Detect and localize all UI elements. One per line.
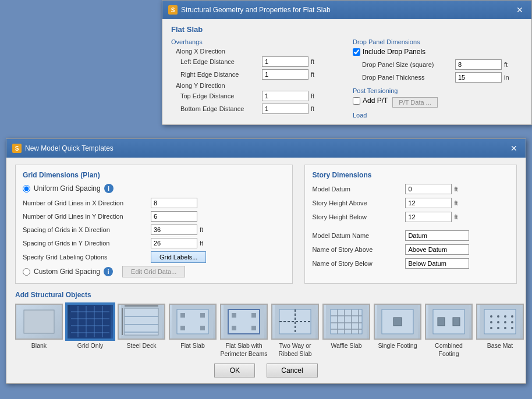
obj-two-way[interactable]: Two Way or Ribbed Slab [271,304,319,358]
spacing-y-input[interactable] [151,238,197,248]
spacing-x-unit: ft [200,226,203,233]
along-x-label: Along X Direction [176,48,341,55]
add-pt-row: Add P/T [353,97,388,105]
bg-dialog-left: Overhangs Along X Direction Left Edge Di… [171,38,341,119]
spacing-x-row: Spacing of Grids in X Direction ft [23,225,285,235]
svg-point-53 [504,315,506,318]
steel-svg [121,305,162,339]
custom-radio-row: Custom Grid Spacing i Edit Grid Data... [23,266,285,277]
left-edge-input[interactable] [262,56,308,67]
name-story-above-input[interactable] [405,244,469,255]
bg-dialog-right: Drop Panel Dimensions Include Drop Panel… [353,38,523,119]
obj-flat-slab-perimeter[interactable]: Flat Slab with Perimeter Beams [220,304,268,358]
overhangs-label: Overhangs [171,38,341,45]
left-edge-unit: ft [311,58,314,65]
obj-waffle-slab[interactable]: Waffle Slab [322,304,370,350]
model-datum-input[interactable] [405,184,452,194]
num-x-input[interactable] [151,198,197,208]
pt-data-button[interactable]: P/T Data ... [392,97,437,108]
right-edge-row: Right Edge Distance ft [180,69,341,80]
obj-single-footing[interactable]: Single Footing [374,304,421,350]
top-edge-input[interactable] [262,91,308,101]
obj-waffle-thumb [322,304,370,340]
obj-base-mat[interactable]: Base Mat [476,304,524,350]
grid-labels-button[interactable]: Grid Labels... [151,251,206,263]
obj-combined-footing[interactable]: Combined Footing [425,304,473,358]
story-dimensions-section: Story Dimensions Model Datum ft Story He… [304,165,517,284]
obj-steel-deck[interactable]: Steel Deck [118,304,165,350]
bottom-edge-label: Bottom Edge Distance [180,105,262,112]
svg-rect-1 [70,305,111,339]
include-drop-panels-checkbox[interactable] [353,48,360,56]
include-drop-panels-row: Include Drop Panels [353,48,523,56]
model-datum-name-row: Model Datum Name [312,230,509,241]
uniform-radio[interactable] [23,185,30,193]
svg-point-62 [511,327,513,329]
right-edge-input[interactable] [262,69,308,80]
two-way-svg [275,305,315,339]
obj-flat-thumb [169,304,217,340]
custom-info-icon[interactable]: i [104,267,113,276]
load-label: Load [353,112,523,119]
pt-row: Add P/T P/T Data ... [353,97,523,108]
obj-blank[interactable]: Blank [15,304,63,350]
svg-rect-44 [393,318,402,326]
custom-radio[interactable] [23,268,30,276]
bg-dialog-titlebar: S Structural Geometry and Properties for… [162,1,531,19]
obj-flat-slab[interactable]: Flat Slab [169,304,217,350]
obj-base-thumb [476,304,524,340]
drop-panel-thickness-row: Drop Panel Thickness in [362,72,523,83]
model-datum-name-input[interactable] [405,230,469,241]
s-logo-bg: S [168,5,178,15]
story-height-below-input[interactable] [405,212,452,222]
blank-svg [22,308,56,336]
svg-rect-0 [24,310,54,333]
svg-point-58 [511,321,513,323]
bottom-edge-row: Bottom Edge Distance ft [180,104,341,114]
objects-grid: Blank [15,304,517,358]
bottom-edge-input[interactable] [262,104,308,114]
spacing-x-input[interactable] [151,225,197,235]
obj-flat-slab-perimeter-label: Flat Slab with Perimeter Beams [220,342,267,358]
bg-dialog-close-button[interactable]: ✕ [514,4,526,16]
top-edge-row: Top Edge Distance ft [180,91,341,101]
bottom-edge-unit: ft [311,105,314,112]
main-dialog-close-button[interactable]: ✕ [508,142,520,154]
main-dialog-title-left: S New Model Quick Templates [12,144,114,153]
pt-section: Post Tensioning Add P/T P/T Data ... [353,87,523,108]
drop-panel-size-input[interactable] [455,59,502,70]
svg-rect-19 [180,313,185,318]
flat-slab-svg [172,305,213,339]
obj-single-footing-label: Single Footing [378,342,417,350]
drop-panel-thickness-input[interactable] [455,72,502,83]
svg-rect-25 [232,313,236,318]
edit-grid-button[interactable]: Edit Grid Data... [122,266,185,277]
main-dialog-titlebar: S New Model Quick Templates ✕ [6,139,526,158]
obj-steel-thumb [118,304,165,340]
drop-panel-size-label: Drop Panel Size (square) [362,61,455,68]
drop-panel-size-row: Drop Panel Size (square) ft [362,59,523,70]
model-datum-row: Model Datum ft [312,184,509,194]
main-dialog-body: Grid Dimensions (Plan) Uniform Grid Spac… [6,158,526,383]
model-datum-label: Model Datum [312,186,405,193]
name-story-below-input[interactable] [405,258,469,269]
obj-combined-thumb [425,304,473,340]
model-datum-name-label: Model Datum Name [312,232,405,239]
add-pt-checkbox[interactable] [353,97,360,105]
obj-grid-only[interactable]: Grid Only [66,304,114,350]
spacing-y-label: Spacing of Grids in Y Direction [23,240,151,247]
story-section-header: Story Dimensions [312,171,509,179]
story-height-above-unit: ft [454,200,457,206]
left-edge-label: Left Edge Distance [180,58,262,65]
ok-button[interactable]: OK [214,364,255,377]
svg-point-54 [511,315,513,318]
story-height-above-input[interactable] [405,198,452,208]
num-y-input[interactable] [151,211,197,222]
uniform-info-icon[interactable]: i [104,184,114,193]
grid-section-header: Grid Dimensions (Plan) [23,171,285,179]
cancel-button[interactable]: Cancel [267,364,317,377]
spacing-y-row: Spacing of Grids in Y Direction ft [23,238,285,248]
svg-point-55 [490,321,492,323]
obj-two-way-thumb [271,304,319,340]
drop-panel-title: Drop Panel Dimensions [353,38,523,45]
